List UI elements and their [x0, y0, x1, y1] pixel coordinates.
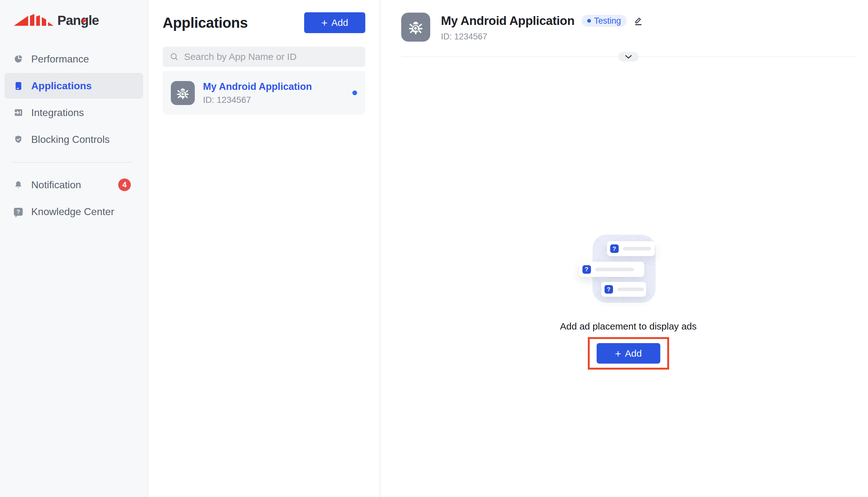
pangle-wordmark-text: Pangle — [57, 13, 99, 28]
app-card-text: My Android Application ID: 1234567 — [203, 81, 312, 105]
question-chip-icon: ? — [583, 265, 591, 274]
app-detail-panel: My Android Application Testing ID: 12345… — [380, 0, 868, 497]
question-chip-icon: ? — [604, 285, 613, 294]
edit-app-button[interactable] — [633, 16, 643, 26]
question-chip-icon: ? — [610, 244, 619, 253]
app-detail-titles: My Android Application Testing ID: 12345… — [441, 13, 643, 42]
integration-arrow-icon — [14, 108, 23, 117]
applications-list-panel: Applications + Add — [148, 0, 380, 497]
app-title-row: My Android Application Testing — [441, 14, 643, 28]
add-application-button[interactable]: + Add — [304, 12, 365, 33]
search-input[interactable] — [184, 52, 358, 62]
search-icon — [170, 52, 179, 61]
sidebar-item-label: Knowledge Center — [31, 206, 114, 217]
pangle-logo[interactable]: Pangle — [14, 11, 147, 30]
sidebar-item-label: Performance — [31, 53, 89, 65]
empty-state-illustration: ? ? ? — [586, 235, 662, 303]
sidebar-item-notification[interactable]: Notification 4 — [4, 172, 143, 198]
test-app-bug-icon — [171, 81, 195, 105]
sidebar-item-label: Applications — [31, 80, 92, 92]
app-detail-name: My Android Application — [441, 14, 575, 28]
sidebar-item-label: Notification — [31, 179, 81, 191]
status-dot — [587, 19, 591, 23]
status-label: Testing — [594, 16, 621, 26]
collapse-header-button[interactable] — [618, 52, 638, 61]
empty-state-message: Add ad placement to display ads — [560, 321, 697, 332]
illustration-text-bar — [623, 247, 651, 251]
header-divider — [401, 56, 855, 57]
sidebar-item-knowledge-center[interactable]: ? Knowledge Center — [4, 199, 143, 225]
sidebar-divider — [12, 162, 132, 163]
add-application-button-label: Add — [331, 17, 348, 28]
illustration-placement-card: ? — [607, 241, 655, 256]
app-list-item[interactable]: My Android Application ID: 1234567 — [163, 71, 365, 114]
placements-empty-state: ? ? ? Add ad placement to display ads + … — [401, 57, 855, 370]
app-search-box — [163, 47, 365, 67]
sidebar: Pangle Performance Applications — [0, 0, 148, 497]
sidebar-secondary-nav: Notification 4 ? Knowledge Center — [0, 172, 147, 225]
sidebar-item-integrations[interactable]: Integrations — [4, 100, 143, 126]
sidebar-item-applications[interactable]: Applications — [4, 73, 143, 99]
notification-count-badge: 4 — [118, 179, 131, 191]
illustration-placement-card: ? — [601, 282, 646, 297]
pangle-logo-mark — [14, 13, 54, 28]
sidebar-item-label: Integrations — [31, 107, 84, 118]
plus-icon: + — [615, 348, 621, 359]
tutorial-highlight-frame: + Add — [588, 337, 669, 370]
help-bubble-icon: ? — [14, 207, 23, 216]
sidebar-item-blocking-controls[interactable]: Blocking Controls — [4, 126, 143, 152]
plus-icon: + — [321, 17, 327, 28]
bell-icon — [14, 180, 23, 189]
applications-icon — [14, 81, 23, 90]
illustration-text-bar — [595, 268, 634, 271]
shield-check-icon — [14, 134, 23, 144]
list-panel-header: Applications + Add — [163, 12, 365, 33]
app-detail-header: My Android Application Testing ID: 12345… — [401, 13, 855, 42]
app-name: My Android Application — [203, 81, 312, 93]
illustration-text-bar — [617, 288, 644, 291]
status-badge: Testing — [582, 15, 627, 27]
sidebar-item-performance[interactable]: Performance — [4, 46, 143, 72]
add-placement-button[interactable]: + Add — [597, 343, 660, 364]
page-title: Applications — [163, 14, 248, 31]
selected-app-dot — [352, 90, 357, 95]
test-app-bug-icon — [401, 13, 430, 42]
chevron-down-icon — [625, 55, 632, 59]
pie-chart-icon — [14, 54, 23, 64]
logo-g-accent — [82, 18, 87, 23]
app-detail-id: ID: 1234567 — [441, 32, 643, 42]
sidebar-item-label: Blocking Controls — [31, 134, 110, 145]
sidebar-nav: Performance Applications — [0, 46, 147, 225]
illustration-placement-card: ? — [579, 262, 644, 277]
add-placement-button-label: Add — [625, 348, 642, 359]
app-id: ID: 1234567 — [203, 95, 312, 105]
edit-pencil-icon — [633, 16, 643, 26]
pangle-wordmark: Pangle — [57, 13, 99, 28]
